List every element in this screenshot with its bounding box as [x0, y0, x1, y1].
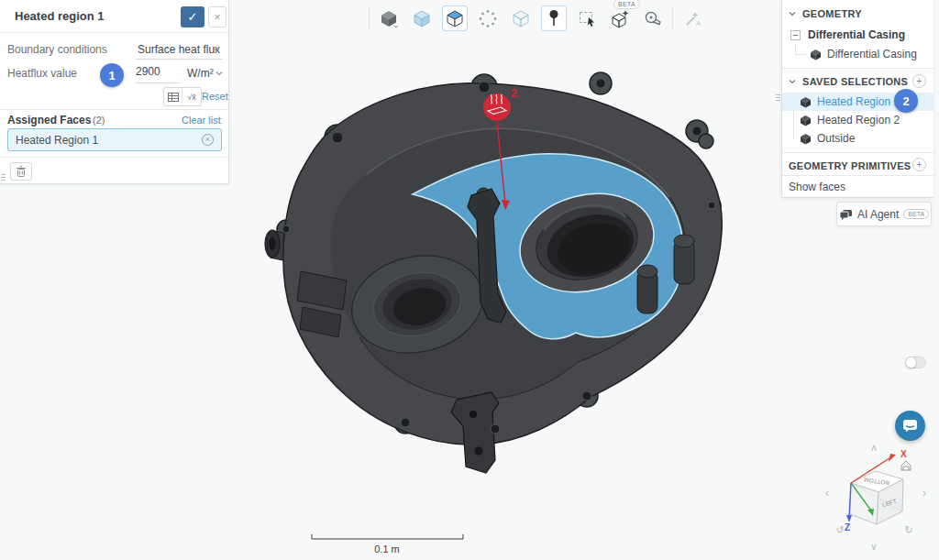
roll-ccw-icon[interactable]: ↺ — [835, 524, 844, 535]
geometry-primitives-section-header[interactable]: GEOMETRY PRIMITIVES + — [782, 156, 933, 176]
close-button[interactable]: × — [208, 6, 226, 27]
solid-cube-icon — [379, 8, 399, 28]
heatflux-label: Heatflux value — [7, 67, 77, 80]
add-primitive-button[interactable]: + — [912, 158, 926, 171]
right-panel-resize-grip[interactable] — [776, 94, 780, 101]
assigned-face-chip[interactable]: Heated Region 1 × — [7, 128, 222, 151]
boundary-conditions-select[interactable]: Surface heat flux — [138, 43, 220, 56]
show-faces-toggle[interactable] — [905, 357, 926, 368]
remove-chip-icon[interactable]: × — [202, 134, 214, 146]
support-chat-button[interactable] — [895, 411, 925, 441]
differential-casing-model[interactable] — [265, 72, 722, 473]
select-faces-button[interactable] — [442, 5, 468, 31]
table-input-button[interactable] — [164, 88, 182, 105]
panel-header: Heated region 1 ✓ × — [0, 0, 228, 33]
add-selection-button[interactable]: + — [912, 74, 926, 88]
assigned-faces-count: (2) — [93, 115, 105, 126]
check-icon: ✓ — [188, 10, 198, 24]
heatflux-unit-select[interactable]: W/m² — [187, 67, 214, 80]
beta-badge: BETA — [613, 0, 640, 9]
measure-button[interactable] — [640, 5, 666, 31]
assigned-faces-label: Assigned Faces — [7, 114, 91, 126]
delete-button[interactable] — [10, 162, 32, 181]
ai-wand-button-disabled[interactable]: A — [679, 5, 705, 31]
chevron-down-icon[interactable] — [213, 46, 220, 53]
tree-parent-label: Differential Casing — [808, 28, 905, 41]
select-face-cube-icon — [445, 8, 465, 28]
selection-label: Heated Region 2 — [817, 114, 900, 126]
chat-bubbles-icon — [839, 209, 853, 220]
show-faces-row: Show faces — [782, 176, 933, 197]
transparent-cube-icon — [412, 8, 432, 28]
saved-selections-header-label: SAVED SELECTIONS — [802, 76, 908, 87]
smart-cube-icon — [610, 8, 630, 28]
selection-label: Outside — [817, 132, 855, 145]
wireframe-cube-icon — [511, 8, 531, 28]
roll-cw-icon[interactable]: ↻ — [904, 524, 912, 535]
rotate-up-arrow[interactable]: ∧ — [870, 442, 878, 453]
boundary-conditions-label: Boundary conditions — [7, 43, 107, 56]
selection-label: Heated Region 1 — [817, 95, 900, 108]
show-faces-label: Show faces — [789, 181, 845, 193]
probe-pin-icon — [544, 8, 564, 28]
geometry-section-header[interactable]: GEOMETRY — [782, 4, 933, 24]
home-view-icon[interactable] — [901, 461, 911, 470]
rotate-down-arrow[interactable]: ∨ — [870, 541, 878, 552]
rotate-left-arrow[interactable]: ‹ — [825, 487, 829, 500]
scale-bar: 0.1 m — [312, 534, 463, 555]
panel-title: Heated region 1 — [15, 9, 105, 23]
ai-agent-beta-badge: BETA — [903, 209, 929, 219]
tutorial-step-2-badge: 2 — [894, 89, 918, 113]
svg-text:A: A — [696, 19, 701, 27]
wireframe-mode-button[interactable] — [508, 5, 534, 31]
orientation-cube[interactable]: ∧ ‹ › ∨ ↺ ↻ BOTTOM LEFT X Z — [825, 442, 926, 552]
select-vertices-button[interactable] — [475, 5, 501, 31]
left-panel-resize-grip[interactable] — [1, 174, 6, 181]
reset-link[interactable]: Reset — [202, 91, 228, 102]
annotation-number: 2 — [511, 86, 517, 100]
tutorial-step-1-badge: 1 — [100, 63, 124, 87]
trash-icon — [17, 166, 26, 177]
tree-item-outside[interactable]: Outside — [782, 129, 933, 148]
confirm-button[interactable]: ✓ — [181, 6, 204, 27]
box-select-button[interactable] — [574, 5, 600, 31]
viewport-toolbar: BETA A — [366, 5, 709, 31]
heatflux-input[interactable] — [136, 65, 178, 78]
chevron-down-icon[interactable] — [215, 70, 223, 77]
measure-tape-icon — [643, 8, 663, 28]
saved-selections-section-header[interactable]: SAVED SELECTIONS + — [782, 71, 933, 92]
vertices-dots-icon — [478, 8, 498, 28]
chevron-down-icon — [789, 10, 796, 17]
transparent-mode-button[interactable] — [409, 5, 435, 31]
close-icon: × — [214, 11, 220, 24]
geometry-header-label: GEOMETRY — [802, 8, 862, 19]
ai-agent-button[interactable]: AI Agent BETA — [836, 202, 932, 226]
formula-input-button[interactable]: √x̄ — [182, 88, 201, 105]
solid-cube-icon — [800, 133, 812, 145]
box-select-icon — [577, 8, 597, 28]
solid-cube-icon — [800, 96, 812, 108]
chip-label: Heated Region 1 — [16, 134, 202, 147]
solid-cube-icon — [800, 115, 812, 126]
axis-z-label: Z — [845, 522, 850, 533]
magic-wand-icon: A — [682, 8, 702, 28]
axis-x-label: X — [900, 449, 907, 459]
tree-item-heated-region-2[interactable]: Heated Region 2 — [782, 111, 933, 129]
tree-item-differential-casing-child[interactable]: Differential Casing — [782, 45, 933, 63]
scale-label: 0.1 m — [374, 544, 400, 555]
chevron-down-icon — [789, 78, 796, 85]
rotate-right-arrow[interactable]: › — [922, 487, 926, 500]
value-input-mode-group: √x̄ — [163, 87, 202, 106]
smart-selection-button[interactable]: BETA — [607, 5, 633, 31]
formula-icon: √x̄ — [187, 93, 195, 102]
primitives-header-label: GEOMETRY PRIMITIVES — [789, 160, 911, 171]
toolbar-separator — [672, 7, 673, 29]
collapse-expander[interactable] — [790, 30, 801, 40]
clear-list-link[interactable]: Clear list — [182, 115, 221, 126]
boundary-condition-panel: Heated region 1 ✓ × Boundary conditions … — [0, 0, 229, 184]
tree-child-label: Differential Casing — [827, 48, 917, 60]
view-mode-button[interactable] — [376, 5, 402, 31]
tree-item-differential-casing-parent[interactable]: Differential Casing — [782, 26, 933, 44]
chat-bubble-icon — [902, 419, 918, 433]
probe-point-button[interactable] — [541, 5, 567, 31]
